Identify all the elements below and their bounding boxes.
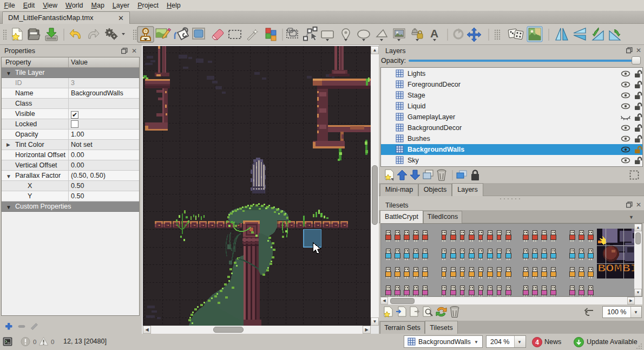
svg-text:4: 4 (535, 339, 539, 346)
svg-text:0: 0 (33, 339, 36, 345)
svg-text:0: 0 (51, 339, 54, 345)
svg-text:A: A (430, 27, 438, 40)
svg-text:BOMBI: BOMBI (597, 262, 639, 275)
